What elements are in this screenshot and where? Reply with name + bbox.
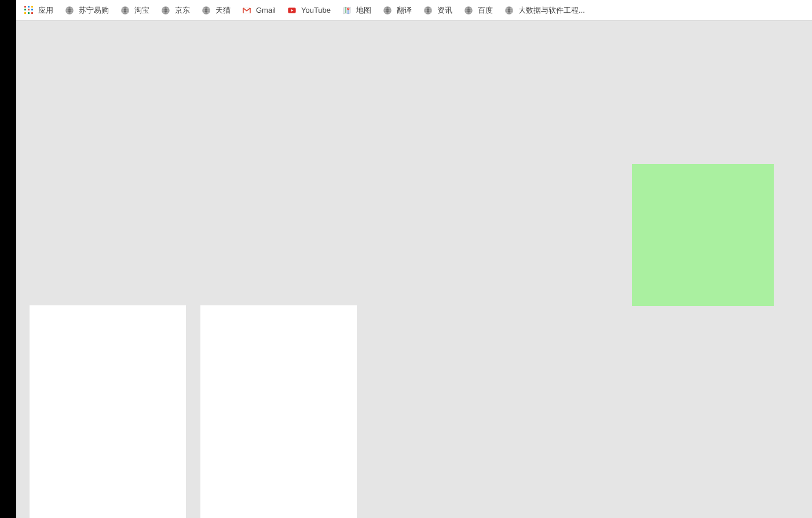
bookmark-item-4[interactable]: 天猫 [202, 5, 231, 16]
bookmark-label: 京东 [175, 5, 190, 16]
bookmark-label: 苏宁易购 [79, 5, 109, 16]
globe-icon [202, 6, 211, 15]
bookmark-item-9[interactable]: 资讯 [423, 5, 452, 16]
bookmark-item-7[interactable]: 地图 [342, 5, 371, 16]
globe-icon [65, 6, 74, 15]
content-area [16, 21, 812, 518]
bookmark-label: Gmail [256, 6, 276, 14]
bookmark-label: 淘宝 [134, 5, 149, 16]
globe-icon [464, 6, 473, 15]
bookmark-label: YouTube [301, 6, 331, 14]
bookmark-item-11[interactable]: 大数据与软件工程... [504, 5, 585, 16]
bookmark-item-1[interactable]: 苏宁易购 [65, 5, 109, 16]
bookmark-item-10[interactable]: 百度 [464, 5, 493, 16]
youtube-icon [287, 6, 297, 15]
bookmark-label: 地图 [356, 5, 371, 16]
globe-icon [423, 6, 433, 15]
green-box [632, 164, 774, 306]
bookmark-label: 应用 [38, 5, 53, 16]
bookmark-item-0[interactable]: 应用 [24, 5, 53, 16]
bookmark-item-2[interactable]: 淘宝 [120, 5, 149, 16]
gmail-icon [242, 6, 251, 15]
globe-icon [383, 6, 392, 15]
bookmark-label: 翻译 [397, 5, 412, 16]
globe-icon [504, 6, 514, 15]
bookmark-item-5[interactable]: Gmail [242, 6, 276, 15]
svg-point-7 [348, 8, 349, 9]
apps-grid-icon [24, 6, 34, 15]
white-card-2 [200, 305, 357, 518]
bookmark-label: 天猫 [215, 5, 231, 16]
bookmarks-bar: 应用苏宁易购淘宝京东天猫GmailYouTube地图翻译资讯百度大数据与软件工程… [16, 0, 812, 21]
bookmark-item-8[interactable]: 翻译 [383, 5, 412, 16]
bookmark-label: 资讯 [437, 5, 452, 16]
white-card-1 [30, 305, 186, 518]
bookmark-item-6[interactable]: YouTube [287, 6, 331, 15]
maps-icon [342, 6, 352, 15]
bookmark-label: 大数据与软件工程... [518, 5, 585, 16]
globe-icon [120, 6, 130, 15]
bookmark-label: 百度 [478, 5, 493, 16]
page: 应用苏宁易购淘宝京东天猫GmailYouTube地图翻译资讯百度大数据与软件工程… [16, 0, 812, 518]
globe-icon [161, 6, 170, 15]
bookmark-item-3[interactable]: 京东 [161, 5, 190, 16]
